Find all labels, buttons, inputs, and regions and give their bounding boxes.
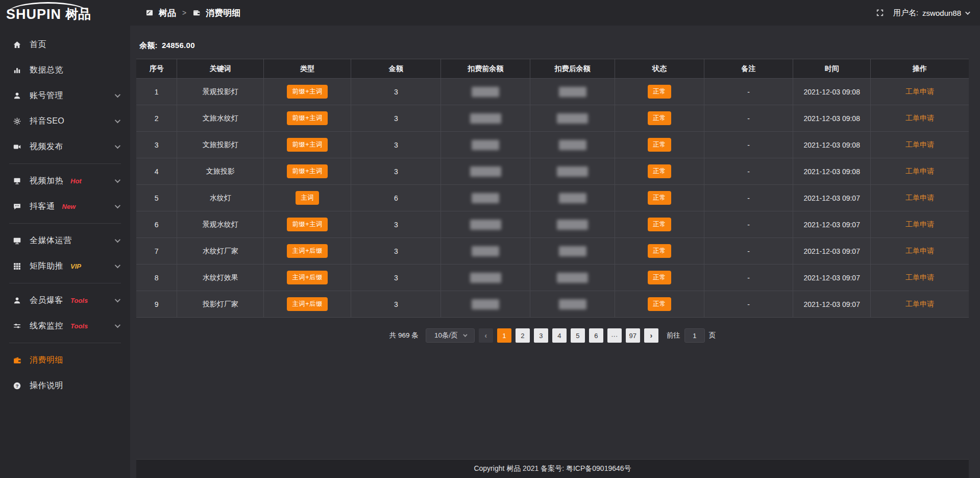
page-button-5[interactable]: 5 [571, 328, 585, 343]
sidebar-item-badge: Hot [70, 177, 82, 185]
sidebar-item-消费明细[interactable]: 消费明细 [0, 347, 130, 373]
chevron-down-icon [965, 10, 970, 15]
fullscreen-icon[interactable] [876, 9, 884, 17]
page-button-4[interactable]: 4 [552, 328, 567, 343]
column-header: 扣费前余额 [441, 59, 530, 79]
page-button-1[interactable]: 1 [497, 328, 511, 343]
goto-page-input[interactable] [684, 328, 705, 343]
user-icon [12, 91, 21, 100]
sidebar-item-抖客通[interactable]: 抖客通New [0, 194, 130, 219]
work-order-link[interactable]: 工单申请 [905, 167, 934, 175]
column-header: 备注 [704, 59, 793, 79]
sidebar-item-首页[interactable]: 首页 [0, 32, 130, 57]
status-badge: 正常 [648, 191, 671, 205]
balance-after-cell [530, 238, 615, 265]
keyword-cell: 文旅投影灯 [177, 132, 264, 158]
type-badge: 前缀+主词 [287, 111, 328, 125]
user-menu[interactable]: 用户名: zswodun88 [893, 8, 969, 18]
balance-after-cell [530, 105, 615, 132]
row-index: 9 [136, 291, 177, 318]
column-header: 状态 [615, 59, 704, 79]
remark-cell: - [704, 238, 793, 265]
page-button-6[interactable]: 6 [589, 328, 603, 343]
column-header: 序号 [136, 59, 177, 79]
breadcrumb-separator: > [182, 9, 186, 17]
wallet-icon [12, 355, 21, 365]
action-cell: 工单申请 [870, 79, 969, 105]
chevron-down-icon [115, 177, 120, 183]
menu-divider [9, 343, 121, 343]
status-badge: 正常 [615, 79, 704, 105]
type-badge: 前缀+主词 [287, 218, 328, 231]
status-badge: 正常 [648, 85, 671, 99]
balance-before-redacted [472, 246, 499, 256]
work-order-link[interactable]: 工单申请 [905, 140, 934, 149]
table-row: 6景观水纹灯前缀+主词3正常-2021-12-03 09:07工单申请 [136, 211, 969, 238]
sidebar-item-会员爆客[interactable]: 会员爆客Tools [0, 288, 130, 313]
sidebar-item-视频发布[interactable]: 视频发布 [0, 134, 130, 159]
page-button-97[interactable]: 97 [626, 328, 640, 343]
status-badge: 正常 [648, 164, 671, 178]
menu-divider [9, 223, 121, 224]
sidebar-item-数据总览[interactable]: 数据总览 [0, 57, 130, 83]
time-cell: 2021-12-03 09:07 [793, 211, 871, 238]
sidebar-item-矩阵助推[interactable]: 矩阵助推VIP [0, 253, 130, 279]
type-badge: 主词 [296, 191, 319, 205]
work-order-link[interactable]: 工单申请 [905, 300, 934, 308]
action-cell: 工单申请 [870, 105, 969, 132]
balance-after-cell [530, 79, 615, 105]
work-order-link[interactable]: 工单申请 [905, 194, 934, 202]
member-icon [12, 296, 21, 305]
sidebar-item-账号管理[interactable]: 账号管理 [0, 83, 130, 108]
work-order-link[interactable]: 工单申请 [905, 87, 934, 95]
page-size-select[interactable]: 10条/页 [426, 328, 475, 343]
board-icon [145, 9, 154, 17]
status-badge: 正常 [648, 138, 671, 152]
footer: Copyright 树品 2021 备案号: 粤ICP备09019646号 [136, 459, 969, 478]
balance-before-redacted [470, 113, 501, 124]
next-page-button[interactable]: › [644, 328, 658, 343]
status-badge: 正常 [648, 111, 671, 125]
sidebar-item-全媒体运营[interactable]: 全媒体运营 [0, 228, 130, 253]
balance-before-redacted [470, 220, 501, 230]
balance-after-redacted [557, 273, 588, 283]
time-cell: 2021-12-03 09:07 [793, 265, 871, 291]
page-button-2[interactable]: 2 [516, 328, 530, 343]
balance-before-redacted [470, 166, 501, 177]
action-cell: 工单申请 [870, 265, 969, 291]
sidebar-item-抖音SEO[interactable]: 抖音SEO [0, 108, 130, 134]
table-header-row: 序号关键词类型金额扣费前余额扣费后余额状态备注时间操作 [136, 59, 969, 79]
sidebar-item-线索监控[interactable]: 线索监控Tools [0, 313, 130, 339]
top-bar: 树品 > 消费明细 用户名: zswodun88 [130, 0, 980, 26]
balance-after-cell [530, 158, 615, 185]
sidebar-item-label: 视频加热 [30, 176, 63, 186]
sidebar-item-操作说明[interactable]: ?操作说明 [0, 373, 130, 398]
status-badge: 正常 [648, 218, 671, 231]
work-order-link[interactable]: 工单申请 [905, 220, 934, 228]
keyword-cell: 文旅水纹灯 [177, 105, 264, 132]
balance-before-redacted [472, 193, 499, 203]
amount-cell: 3 [351, 158, 441, 185]
amount-cell: 3 [351, 105, 441, 132]
remark-cell: - [704, 132, 793, 158]
work-order-link[interactable]: 工单申请 [905, 247, 934, 255]
grid-icon [12, 261, 21, 271]
breadcrumb-root[interactable]: 树品 [159, 7, 176, 19]
chevron-down-icon [115, 92, 120, 98]
goto-suffix: 页 [709, 331, 716, 340]
sidebar-item-视频加热[interactable]: 视频加热Hot [0, 168, 130, 194]
prev-page-button[interactable]: ‹ [479, 328, 493, 343]
work-order-link[interactable]: 工单申请 [905, 114, 934, 122]
breadcrumb: 树品 > 消费明细 [145, 7, 240, 19]
sidebar-item-label: 消费明细 [30, 355, 63, 366]
balance-before-redacted [472, 87, 499, 97]
sidebar-menu: 首页数据总览账号管理抖音SEO视频发布视频加热Hot抖客通New全媒体运营矩阵助… [0, 27, 130, 478]
work-order-link[interactable]: 工单申请 [905, 273, 934, 281]
page-ellipsis-button[interactable]: ··· [607, 328, 622, 343]
sidebar-item-label: 首页 [30, 39, 46, 50]
app-logo: SHUPIN 树品 [0, 0, 130, 27]
balance-before-cell [441, 158, 530, 185]
page-button-3[interactable]: 3 [534, 328, 548, 343]
chevron-down-icon [115, 322, 120, 328]
action-cell: 工单申请 [870, 238, 969, 265]
